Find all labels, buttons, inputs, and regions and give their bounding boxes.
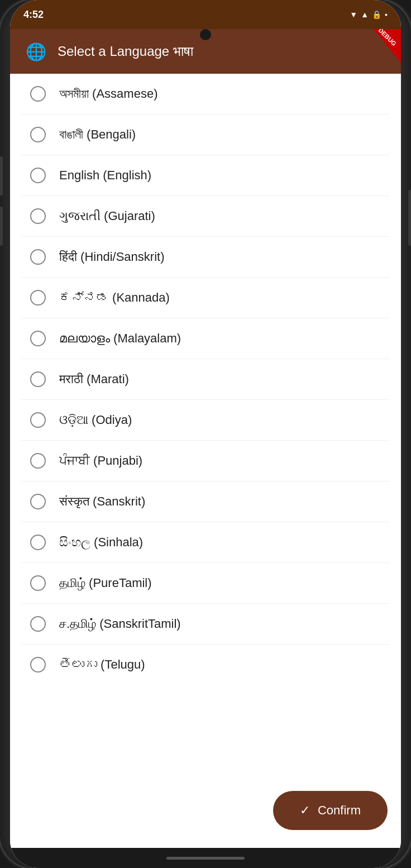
list-item[interactable]: संस्कृत (Sanskrit) <box>21 481 390 522</box>
radio-button[interactable] <box>30 208 46 224</box>
battery-icon: 🔒 <box>372 10 381 19</box>
confirm-button[interactable]: ✓ Confirm <box>273 791 388 830</box>
camera-notch <box>200 29 211 40</box>
radio-button[interactable] <box>30 494 46 509</box>
language-label: தமிழ் (PureTamil) <box>59 576 152 590</box>
language-label: ગુજરાતી (Gujarati) <box>59 209 155 223</box>
signal-icon: ▲ <box>361 10 369 19</box>
radio-button[interactable] <box>30 371 46 387</box>
list-item[interactable]: ச.தமிழ் (SanskritTamil) <box>21 604 390 645</box>
language-label: मराठी (Marati) <box>59 372 129 387</box>
phone-frame: 4:52 ▼ ▲ 🔒 ▪ 🌐 Select a Language भाषा DE… <box>0 0 411 868</box>
radio-button[interactable] <box>30 616 46 632</box>
list-item[interactable]: অসমীয়া (Assamese) <box>21 74 390 115</box>
language-label: संस्कृत (Sanskrit) <box>59 494 145 509</box>
confirm-label: Confirm <box>318 803 361 818</box>
phone-screen: 4:52 ▼ ▲ 🔒 ▪ 🌐 Select a Language भाषा DE… <box>10 0 401 868</box>
language-label: বাঙালী (Bengali) <box>59 127 136 142</box>
home-indicator <box>10 848 401 868</box>
list-item[interactable]: தமிழ் (PureTamil) <box>21 563 390 604</box>
notification-icon: ▪ <box>385 10 388 19</box>
list-item[interactable]: ಕನ್ನಡ (Kannada) <box>21 278 390 318</box>
confirm-area: ✓ Confirm <box>10 782 401 848</box>
list-item[interactable]: ਪੰਜਾਬੀ (Punjabi) <box>21 441 390 481</box>
language-list[interactable]: অসমীয়া (Assamese)বাঙালী (Bengali)Englis… <box>10 74 401 782</box>
status-bar: 4:52 ▼ ▲ 🔒 ▪ <box>10 0 401 29</box>
list-item[interactable]: ગુજરાતી (Gujarati) <box>21 196 390 237</box>
radio-button[interactable] <box>30 412 46 428</box>
list-item[interactable]: తెలుగు (Telugu) <box>21 645 390 685</box>
list-item[interactable]: मराठी (Marati) <box>21 359 390 400</box>
radio-button[interactable] <box>30 657 46 673</box>
list-item[interactable]: ଓଡ଼ିଆ (Odiya) <box>21 400 390 441</box>
wifi-icon: ▼ <box>350 10 357 19</box>
radio-button[interactable] <box>30 575 46 591</box>
radio-button[interactable] <box>30 127 46 142</box>
language-label: ଓଡ଼ିଆ (Odiya) <box>59 413 132 427</box>
list-item[interactable]: മലയാളം (Malayalam) <box>21 318 390 359</box>
language-label: ச.தமிழ் (SanskritTamil) <box>59 617 181 631</box>
radio-button[interactable] <box>30 535 46 550</box>
header-title: Select a Language भाषा <box>58 44 193 59</box>
debug-badge: DEBUG <box>362 29 401 63</box>
language-label: ਪੰਜਾਬੀ (Punjabi) <box>59 454 142 468</box>
power-button[interactable] <box>408 190 411 246</box>
radio-button[interactable] <box>30 249 46 265</box>
debug-label: DEBUG <box>377 27 398 47</box>
language-label: हिंदी (Hindi/Sanskrit) <box>59 250 164 264</box>
volume-up-button[interactable] <box>0 156 3 195</box>
radio-button[interactable] <box>30 86 46 102</box>
list-item[interactable]: हिंदी (Hindi/Sanskrit) <box>21 237 390 278</box>
list-item[interactable]: English (English) <box>21 155 390 196</box>
language-label: ಕನ್ನಡ (Kannada) <box>59 290 170 305</box>
list-item[interactable]: বাঙালী (Bengali) <box>21 115 390 155</box>
home-bar <box>166 857 245 860</box>
volume-down-button[interactable] <box>0 207 3 246</box>
status-time: 4:52 <box>23 9 44 21</box>
language-label: తెలుగు (Telugu) <box>59 657 145 672</box>
radio-button[interactable] <box>30 331 46 346</box>
language-label: English (English) <box>59 168 151 183</box>
language-label: অসমীয়া (Assamese) <box>59 87 157 101</box>
status-icons: ▼ ▲ 🔒 ▪ <box>350 10 388 19</box>
globe-icon: 🌐 <box>26 42 46 61</box>
radio-button[interactable] <box>30 453 46 469</box>
language-label: മലയാളം (Malayalam) <box>59 331 181 346</box>
radio-button[interactable] <box>30 290 46 306</box>
check-icon: ✓ <box>300 803 310 818</box>
list-item[interactable]: සිංහල (Sinhala) <box>21 522 390 563</box>
radio-button[interactable] <box>30 168 46 183</box>
language-label: සිංහල (Sinhala) <box>59 535 143 550</box>
